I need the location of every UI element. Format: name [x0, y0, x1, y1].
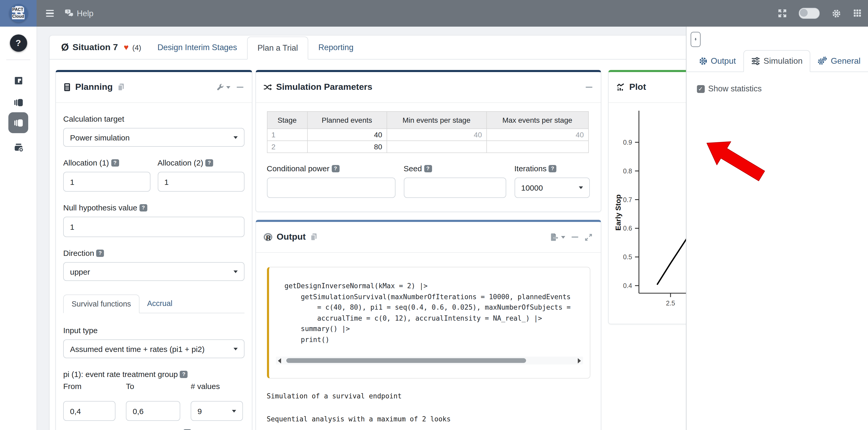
help-badge[interactable]: ? — [111, 159, 119, 167]
sidebar-item-designs[interactable] — [8, 92, 28, 112]
col-header-min-events: Min events per stage — [386, 111, 486, 129]
pi1-label: pi (1): event rate treatment group? — [63, 370, 245, 378]
tab-design-interim-stages[interactable]: Design Interim Stages — [148, 35, 247, 59]
simparams-collapse-button[interactable] — [584, 86, 593, 89]
help-menu[interactable]: ? Help — [64, 9, 94, 18]
num-values-select[interactable]: 9 — [191, 401, 243, 421]
app-logo[interactable]: R PACT Cloud — [0, 0, 37, 27]
conditional-power-field[interactable] — [267, 177, 395, 198]
page-tab-bar: Ø Situation 7 ♥ (4) Design Interim Stage… — [50, 35, 691, 60]
seed-field[interactable] — [404, 177, 506, 198]
expand-icon — [584, 233, 592, 241]
calculation-target-value: Power simulation — [70, 133, 130, 142]
calculation-target-label: Calculation target — [63, 114, 245, 123]
output-header: R Output — [256, 222, 600, 253]
copy-icon[interactable] — [310, 233, 318, 241]
cell-min-events[interactable] — [386, 141, 486, 153]
minus-icon — [585, 87, 592, 88]
allocation1-field[interactable]: 1 — [63, 172, 150, 192]
to-field[interactable]: 0,6 — [126, 401, 180, 421]
iterations-select[interactable]: 10000 — [514, 177, 590, 198]
help-badge[interactable]: ? — [180, 371, 188, 378]
output-title: Output — [277, 232, 306, 242]
r-code-block[interactable]: getDesignInverseNormal(kMax = 2) |> getS… — [267, 267, 590, 378]
calculation-target-select[interactable]: Power simulation — [63, 128, 245, 147]
cell-max-events[interactable] — [486, 141, 588, 153]
cell-max-events[interactable]: 40 — [486, 129, 588, 141]
flipboard-icon — [13, 75, 23, 86]
table-row: 2 80 — [267, 141, 588, 153]
output-collapse-button[interactable] — [570, 235, 579, 239]
tab-reporting[interactable]: Reporting — [309, 35, 363, 59]
direction-select[interactable]: upper — [63, 262, 245, 281]
sliders-icon — [751, 57, 760, 65]
grid-menu-icon[interactable] — [853, 9, 862, 18]
col-header-stage: Stage — [267, 111, 307, 129]
export-button[interactable] — [549, 232, 566, 242]
planning-panel: Planning Calculation target Power simula… — [55, 70, 252, 430]
null-hypothesis-label: Null hypothesis value? — [63, 203, 245, 212]
sidebar-divider — [6, 60, 30, 60]
top-navbar: R PACT Cloud ? Help — [0, 0, 868, 27]
scroll-left-icon[interactable] — [278, 358, 281, 363]
copy-icon[interactable] — [117, 83, 125, 91]
drawer-tab-general[interactable]: General — [810, 50, 868, 71]
drawer-tab-output[interactable]: Output — [691, 50, 743, 71]
show-statistics-checkbox[interactable]: ✓ — [696, 85, 705, 93]
from-field[interactable]: 0,4 — [63, 401, 116, 421]
cell-stage: 2 — [267, 141, 307, 153]
allocation2-field[interactable]: 1 — [157, 172, 245, 192]
scrollbar-thumb[interactable] — [286, 358, 526, 363]
pushpin-icon — [694, 35, 696, 43]
empty-set-icon: Ø — [61, 41, 69, 53]
cell-planned-events[interactable]: 80 — [307, 141, 386, 153]
tab-plan-a-trial[interactable]: Plan a Trial — [247, 37, 309, 60]
planning-body: Calculation target Power simulation Allo… — [56, 103, 252, 428]
avatar-glyph: ? — [16, 38, 21, 48]
gear-icon — [699, 57, 707, 65]
cell-min-events[interactable]: 40 — [386, 129, 486, 141]
subtab-accrual[interactable]: Accrual — [139, 295, 180, 313]
help-badge[interactable]: ? — [96, 250, 104, 257]
drawer-tab-simulation[interactable]: Simulation — [743, 50, 810, 72]
settings-gear-icon[interactable] — [831, 9, 841, 18]
sidebar-item-situations[interactable] — [8, 112, 28, 133]
help-badge[interactable]: ? — [549, 165, 556, 172]
null-hypothesis-field[interactable]: 1 — [63, 217, 245, 237]
help-badge[interactable]: ? — [424, 165, 432, 172]
help-chat-icon: ? — [64, 9, 74, 18]
simulation-parameters-header: Simulation Parameters — [256, 72, 600, 103]
to-label: To — [126, 382, 180, 391]
seed-label: Seed? — [404, 164, 506, 173]
help-badge[interactable]: ? — [205, 159, 213, 167]
allocation1-label: Allocation (1)? — [63, 158, 150, 167]
plot-title: Plot — [629, 82, 646, 92]
r-code: getDesignInverseNormal(kMax = 2) |> getS… — [269, 267, 590, 345]
help-badge[interactable]: ? — [140, 204, 147, 211]
col-header-planned-events: Planned events — [307, 111, 386, 129]
fullscreen-icon[interactable] — [778, 9, 786, 18]
sidebar-toggle-button[interactable] — [44, 7, 56, 19]
sidebar-item-dashboard[interactable] — [8, 70, 28, 90]
output-expand-button[interactable] — [583, 232, 593, 242]
result-line: Simulation of a survival endpoint — [267, 392, 590, 400]
planning-collapse-button[interactable] — [236, 86, 245, 89]
pin-drawer-button[interactable] — [690, 32, 700, 47]
favorite-count: (4) — [132, 43, 141, 52]
avatar[interactable]: ? — [10, 34, 27, 52]
sidebar-item-add-collection[interactable] — [8, 137, 28, 157]
input-type-label: Input type — [63, 326, 245, 335]
logo-text-top: PACT — [12, 7, 24, 12]
subtab-survival-functions[interactable]: Survival functions — [63, 295, 139, 313]
horizontal-scrollbar[interactable] — [276, 357, 583, 364]
scroll-right-icon[interactable] — [578, 358, 581, 363]
theme-toggle[interactable] — [799, 8, 819, 19]
show-statistics-label: Show statistics — [708, 84, 762, 94]
planning-tools-button[interactable] — [215, 82, 231, 92]
output-body: getDesignInverseNormal(kMax = 2) |> getS… — [256, 253, 600, 430]
input-type-select[interactable]: Assumed event time + rates (pi1 + pi2) — [63, 339, 245, 358]
favorite-heart-icon[interactable]: ♥ — [124, 42, 128, 52]
help-badge[interactable]: ? — [332, 165, 339, 172]
cell-planned-events[interactable]: 40 — [307, 129, 386, 141]
scrollbar-track[interactable] — [283, 358, 576, 363]
